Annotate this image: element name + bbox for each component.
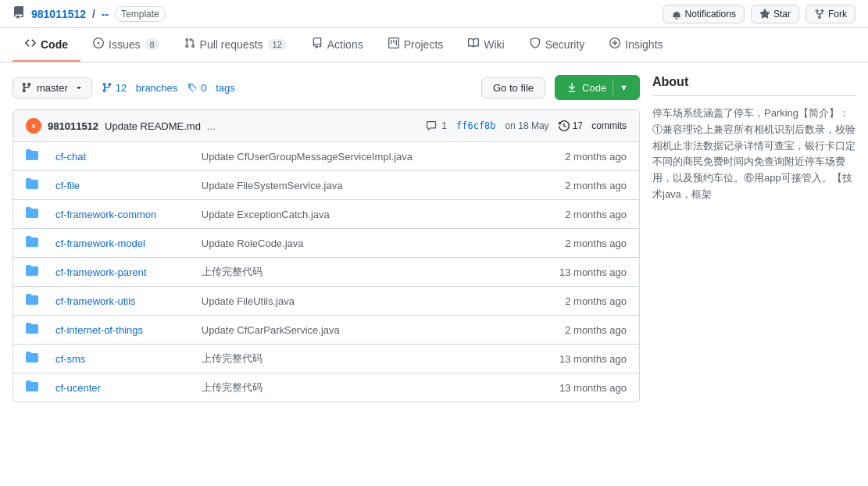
commit-hash[interactable]: ff6cf8b	[456, 120, 496, 131]
branch-name: master	[37, 82, 68, 94]
tab-pull-requests[interactable]: Pull requests 12	[172, 28, 299, 62]
folder-icon	[26, 351, 49, 366]
svg-text:9: 9	[32, 123, 36, 130]
file-name[interactable]: cf-framework-model	[55, 238, 195, 249]
commit-options-button[interactable]: ...	[207, 120, 216, 132]
actions-icon	[312, 38, 323, 51]
about-title: About	[652, 75, 855, 96]
file-name[interactable]: cf-ucenter	[55, 382, 195, 394]
folder-icon	[26, 293, 49, 309]
commits-link[interactable]: 17 commits	[559, 120, 627, 131]
wiki-icon	[468, 38, 479, 51]
repo-name[interactable]: --	[102, 8, 109, 20]
notifications-button[interactable]: Notifications	[663, 5, 745, 23]
repo-template-badge: Template	[115, 6, 166, 22]
file-commit-message: 上传完整代码	[202, 265, 481, 279]
branches-link[interactable]: 12 branches	[102, 82, 178, 94]
tab-wiki-label: Wiki	[484, 38, 504, 51]
commit-author[interactable]: 981011512	[48, 120, 98, 132]
pull-requests-icon	[184, 38, 195, 51]
tab-issues[interactable]: Issues 8	[80, 28, 172, 62]
file-name[interactable]: cf-internet-of-things	[55, 324, 195, 336]
file-time: 2 months ago	[487, 151, 627, 163]
branches-count: 12	[116, 82, 127, 94]
tab-code[interactable]: Code	[13, 28, 80, 62]
code-icon	[25, 38, 36, 51]
file-name[interactable]: cf-framework-common	[55, 209, 195, 220]
folder-icon	[26, 264, 49, 280]
top-bar-actions: Notifications Star Fork	[663, 5, 855, 23]
file-time: 2 months ago	[487, 209, 627, 220]
file-commit-message: 上传完整代码	[202, 381, 481, 395]
repo-owner[interactable]: 981011512	[31, 8, 86, 20]
folder-icon	[26, 235, 49, 251]
folder-icon	[26, 206, 49, 222]
file-time: 2 months ago	[487, 324, 627, 336]
tab-pull-requests-label: Pull requests	[200, 38, 263, 51]
nav-tabs: Code Issues 8 Pull requests 12 Actions	[0, 28, 868, 63]
fork-button[interactable]: Fork	[805, 5, 855, 23]
file-time: 2 months ago	[487, 295, 627, 307]
table-row: cf-framework-parent 上传完整代码 13 months ago	[13, 257, 639, 286]
tab-security[interactable]: Security	[517, 28, 598, 62]
file-name[interactable]: cf-framework-parent	[55, 266, 195, 278]
table-row: cf-sms 上传完整代码 13 months ago	[13, 344, 639, 373]
issues-badge: 8	[145, 39, 159, 50]
star-label: Star	[773, 9, 791, 20]
table-row: cf-ucenter 上传完整代码 13 months ago	[13, 373, 639, 402]
file-name[interactable]: cf-framework-utils	[55, 295, 195, 307]
tab-insights[interactable]: Insights	[597, 28, 675, 62]
file-commit-message: Update ExceptionCatch.java	[202, 209, 481, 220]
go-to-file-button[interactable]: Go to file	[481, 77, 545, 98]
issues-icon	[93, 38, 104, 51]
file-table: cf-chat Update CfUserGroupMessageService…	[13, 142, 640, 402]
file-commit-message: Update RoleCode.java	[202, 238, 481, 249]
file-commit-message: 上传完整代码	[202, 352, 481, 366]
code-btn-caret: ▼	[620, 83, 628, 92]
repo-icon	[13, 6, 25, 22]
tab-actions[interactable]: Actions	[299, 28, 376, 62]
repo-separator: /	[89, 8, 98, 20]
file-commit-message: Update CfUserGroupMessageServiceImpl.jav…	[202, 151, 481, 163]
repo-path: 981011512 / -- Template	[31, 6, 166, 22]
fork-label: Fork	[828, 9, 847, 20]
about-sidebar: About 停车场系统涵盖了停车，Parking【简介】：①兼容理论上兼容所有相…	[652, 75, 855, 402]
commit-time: on 18 May	[505, 120, 549, 131]
branch-select[interactable]: master	[13, 77, 92, 98]
tags-count: 0	[201, 82, 206, 94]
tab-wiki[interactable]: Wiki	[455, 28, 516, 62]
table-row: cf-framework-utils Update FileUtils.java…	[13, 286, 639, 315]
file-time: 2 months ago	[487, 238, 627, 249]
code-btn-label: Code	[582, 82, 606, 94]
branches-label: branches	[136, 82, 177, 94]
about-text: 停车场系统涵盖了停车，Parking【简介】：①兼容理论上兼容所有相机识别后数录…	[652, 105, 855, 203]
pull-requests-badge: 12	[268, 39, 287, 50]
projects-icon	[388, 38, 399, 51]
main-content: master 12 branches 0 tags Go to file	[0, 63, 868, 415]
file-name[interactable]: cf-file	[55, 180, 195, 191]
tab-projects[interactable]: Projects	[376, 28, 456, 62]
tab-actions-label: Actions	[327, 38, 363, 51]
table-row: cf-internet-of-things Update CfCarParkSe…	[13, 315, 639, 344]
file-commit-message: Update FileSystemService.java	[202, 180, 481, 191]
commit-bar-right: 1 ff6cf8b on 18 May 17 commits	[426, 120, 627, 132]
file-commit-message: Update CfCarParkService.java	[202, 324, 481, 336]
file-commit-message: Update FileUtils.java	[202, 295, 481, 307]
branch-bar: master 12 branches 0 tags Go to file	[13, 75, 640, 100]
commit-bar: 9 981011512 Update README.md ... 1 ff6cf…	[13, 109, 640, 142]
folder-icon	[26, 322, 49, 338]
tab-issues-label: Issues	[109, 38, 140, 51]
tags-label: tags	[216, 82, 235, 94]
table-row: cf-file Update FileSystemService.java 2 …	[13, 170, 639, 199]
file-time: 13 months ago	[487, 382, 627, 394]
notifications-label: Notifications	[685, 9, 736, 20]
file-name[interactable]: cf-sms	[55, 353, 195, 365]
file-name[interactable]: cf-chat	[55, 151, 195, 163]
folder-icon	[26, 148, 49, 164]
code-download-button[interactable]: Code ▼	[555, 75, 640, 100]
tab-insights-label: Insights	[625, 38, 663, 51]
top-bar: 981011512 / -- Template Notifications St…	[0, 0, 868, 28]
star-button[interactable]: Star	[751, 5, 799, 23]
table-row: cf-chat Update CfUserGroupMessageService…	[13, 142, 639, 170]
tags-link[interactable]: 0 tags	[187, 82, 234, 94]
